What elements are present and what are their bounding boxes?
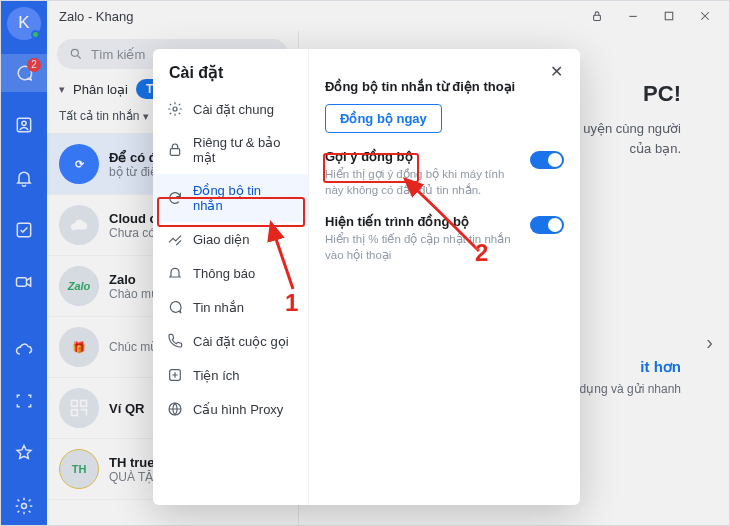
settings-panel: ✕ Đồng bộ tin nhắn từ điện thoại Đồng bộ… — [309, 49, 580, 505]
settings-title: Cài đặt — [153, 63, 308, 92]
settings-sidebar: Cài đặt Cài đặt chung Riêng tư & bảo mật… — [153, 49, 309, 505]
settings-item-util[interactable]: Tiện ích — [153, 358, 308, 392]
svg-point-11 — [173, 107, 177, 111]
sync-now-button[interactable]: Đồng bộ ngay — [325, 104, 442, 133]
toggle-suggest-sync[interactable] — [530, 151, 564, 169]
app-window: Zalo - Khang K 2 Tìm kiếm ▾ Phân loại — [0, 0, 730, 526]
settings-item-privacy[interactable]: Riêng tư & bảo mật — [153, 126, 308, 174]
close-icon[interactable]: ✕ — [542, 57, 570, 85]
settings-item-proxy[interactable]: Cấu hình Proxy — [153, 392, 308, 426]
settings-item-ui[interactable]: Giao diện — [153, 222, 308, 256]
settings-item-notify[interactable]: Thông báo — [153, 256, 308, 290]
svg-rect-12 — [170, 149, 179, 156]
settings-item-general[interactable]: Cài đặt chung — [153, 92, 308, 126]
settings-item-calls[interactable]: Cài đặt cuộc gọi — [153, 324, 308, 358]
option-suggest-sync: Gợi ý đồng bộ Hiển thị gợi ý đồng bộ khi… — [325, 149, 564, 198]
option-show-progress: Hiện tiến trình đồng bộ Hiển thị % tiến … — [325, 214, 564, 263]
settings-item-sync[interactable]: Đồng bộ tin nhắn — [153, 174, 308, 222]
settings-modal: Cài đặt Cài đặt chung Riêng tư & bảo mật… — [153, 49, 580, 505]
section-title: Đồng bộ tin nhắn từ điện thoại — [325, 79, 564, 94]
settings-item-message[interactable]: Tin nhắn — [153, 290, 308, 324]
toggle-show-progress[interactable] — [530, 216, 564, 234]
